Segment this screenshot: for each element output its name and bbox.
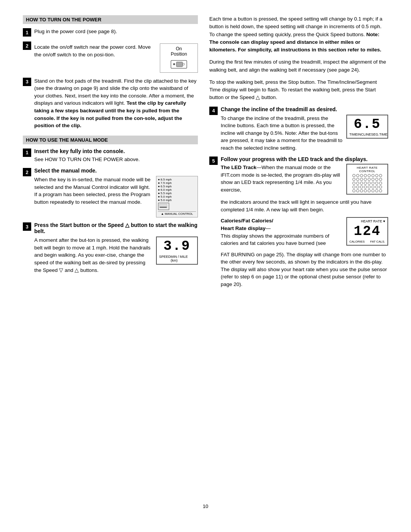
led-track-text: The LED Track—When the manual mode or th… [221,164,342,193]
right-step-num-4: 4 [209,107,218,115]
manual-step-3-content: Press the Start button or the Speed △ bu… [34,222,198,274]
manual-control-diagram: ● 8.5 mph ● 7.5 mph ● 6.5 mph ● 6.0 mph … [156,176,198,217]
cal-display-number: 124 [349,224,385,239]
calories-text: Calories/Fat Calories/Heart Rate display… [221,217,342,247]
right-step-4: 4 Change the incline of the treadmill as… [209,106,388,152]
incline-display-labels: TIME INCLINE SEG.TIME [349,133,385,136]
manual-step-num-3: 3 [23,222,31,231]
right-step-5-content: Follow your progress with the LED track … [221,156,388,288]
svg-point-3 [183,63,185,65]
switch-drawing [169,59,188,70]
led-dot [352,182,355,185]
led-dot [368,185,371,189]
speed-list: ● 8.5 mph ● 7.5 mph ● 6.5 mph ● 6.0 mph … [158,178,196,202]
cal-display-labels: CALORIES FAT CALS. [349,240,385,243]
calories-section: Calories/Fat Calories/Heart Rate display… [221,217,388,247]
incline-label-incline: INCLINE [358,133,371,136]
cal-label-calories: CALORIES [349,240,365,243]
led-dot [352,174,355,177]
on-position-diagram: OnPosition [160,43,198,73]
manual-step-2-inner: When the key is in-serted, the manual mo… [34,176,198,217]
manual-step-1-content: Insert the key fully into the console. S… [34,148,198,163]
manual-step-2-content: Select the manual mode. When the key is … [34,168,198,217]
right-para3: To stop the walking belt, press the Stop… [209,78,388,102]
right-step-4-text: To change the incline of the treadmill, … [221,115,342,152]
speed-label-right: MIN / MILE (km) [171,255,195,262]
right-step-5-title: Follow your progress with the LED track … [221,156,388,162]
calories-dash: — [266,225,271,231]
led-dot [360,182,363,185]
led-track-text-block: The LED Track—When the manual mode or th… [221,164,342,193]
manual-step-3-title: Press the Start button or the Speed △ bu… [34,222,198,234]
power-step-2-content: Locate the on/off switch near the power … [34,41,198,73]
speed-item: ● 8.5 mph [158,178,196,181]
led-dot [371,185,374,189]
step-num-1: 1 [23,28,31,37]
led-dot [356,189,359,192]
right-step-4-content: Change the incline of the treadmill as d… [221,106,388,152]
led-header: HEART RATE CONTROL [349,166,385,173]
right-step-4-textblock: To change the incline of the treadmill, … [221,115,342,152]
led-dot [360,185,363,189]
led-dot [379,189,382,192]
section-manual: HOW TO USE THE MANUAL MODE 1 Insert the … [23,136,198,274]
led-dot [371,174,374,177]
speed-display-diagram: 3.9 SPEED MIN / MILE (km) [156,236,198,265]
led-dot [375,182,378,185]
manual-step-3-textblock: A moment after the but-ton is pressed, t… [34,236,152,274]
led-dot [356,178,359,181]
svg-text:▬▬▬: ▬▬▬ [160,206,167,208]
step-num-3: 3 [23,78,31,86]
calories-continue: FAT BURNING on page 25). The display wil… [221,251,388,288]
led-track-title: The LED Track [221,165,256,170]
led-dot [375,178,378,181]
section-manual-header: HOW TO USE THE MANUAL MODE [23,136,198,144]
led-row-3 [352,182,382,185]
led-dot [356,182,359,185]
right-step-num-5: 5 [209,157,218,165]
led-dot [368,189,371,192]
led-dot [364,174,367,177]
led-dot [364,178,367,181]
manual-step-1-text: See HOW TO TURN ON THE POWER above. [34,156,198,163]
speed-item: ● 5.5 mph [158,192,196,195]
calories-display-diagram: HEART RATE ♥ 124 CALORIES FAT CALS. [346,217,388,246]
manual-step-num-2: 2 [23,168,31,176]
manual-control-label: ▲ MANUAL CONTROL [158,211,196,216]
section-power-header: HOW TO TURN ON THE POWER [23,15,198,24]
manual-step-num-1: 1 [23,149,31,157]
speed-display-labels: SPEED MIN / MILE (km) [159,255,195,262]
calories-text-block: Calories/Fat Calories/Heart Rate display… [221,217,342,247]
led-dot [360,178,363,181]
power-step-3: 3 Stand on the foot pads of the treadmil… [23,77,198,129]
led-dot [360,189,363,192]
manual-step-3: 3 Press the Start button or the Speed △ … [23,222,198,274]
power-step-2-inner: Locate the on/off switch near the power … [34,43,198,73]
speed-item: ● 6.5 mph [158,185,196,188]
manual-step-3-text: A moment after the but-ton is pressed, t… [34,236,152,274]
led-grid [349,174,385,192]
incline-display-number: 6.5 [349,117,385,132]
speed-display-number: 3.9 [159,239,195,254]
led-dot [379,174,382,177]
manual-step-1: 1 Insert the key fully into the console.… [23,148,198,163]
manual-step-2-textblock: When the key is in-serted, the manual mo… [34,176,152,206]
manual-step-3-inner: A moment after the but-ton is pressed, t… [34,236,198,274]
right-column: Each time a button is pressed, the speed… [209,15,388,496]
svg-point-2 [173,63,175,65]
right-para1-normal: Each time a button is pressed, the speed… [209,16,382,37]
power-step-1-content: Plug in the power cord (see page 8). [34,28,198,35]
incline-label-segtime: SEG.TIME [371,133,387,136]
power-step-1-text: Plug in the power cord (see page 8). [34,28,198,35]
right-step-4-title: Change the incline of the treadmill as d… [221,106,388,112]
led-dot [368,182,371,185]
led-dot [356,185,359,189]
right-para1: Each time a button is pressed, the speed… [209,15,388,54]
led-dot [375,174,378,177]
calories-body1: This display shows the approximate numbe… [221,233,329,246]
incline-label-time: TIME [349,133,358,136]
step-num-2: 2 [23,42,31,50]
right-para2: During the first few minutes of using th… [209,58,388,74]
led-row-2 [352,178,382,181]
speed-item: ● 5.0 mph [158,195,196,198]
